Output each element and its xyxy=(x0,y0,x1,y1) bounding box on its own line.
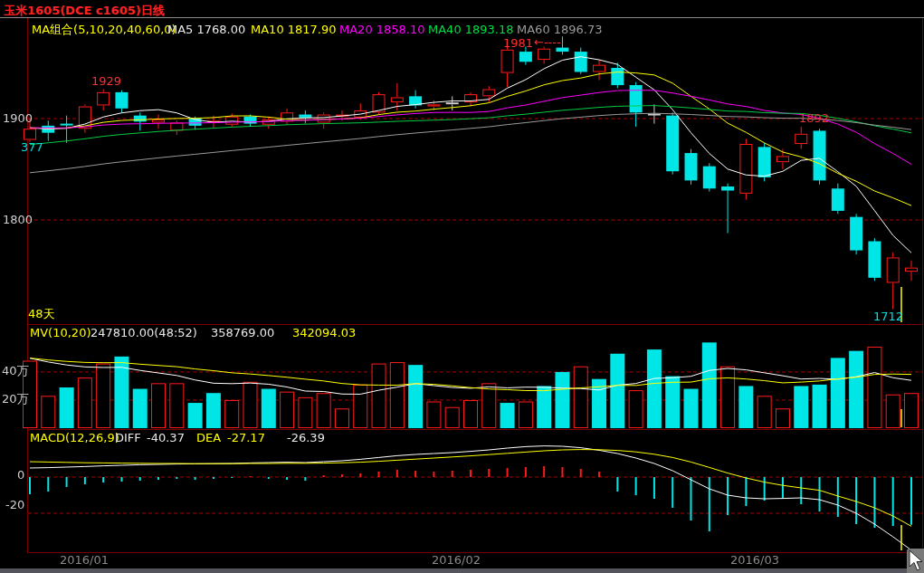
x-tick-2016-02: 2016/02 xyxy=(432,554,481,567)
dea-label: DEA xyxy=(196,432,221,444)
macd-indicator-label: MACD(12,26,9) xyxy=(30,432,119,444)
ma60-readout: MA60 1896.73 xyxy=(517,24,603,36)
title-separator xyxy=(0,17,924,18)
volume-tick-20w: 20万 xyxy=(2,393,29,406)
ma5-readout: MA5 1768.00 xyxy=(167,24,245,36)
title-bar: 玉米1605(DCE c1605)日线 xyxy=(0,0,924,17)
diff-label: DIFF xyxy=(115,432,141,444)
app-window: 玉米1605(DCE c1605)日线 MA组合(5,10,20,40,60,0… xyxy=(0,0,924,573)
marker-high-1892: 1892 xyxy=(799,112,829,125)
macd-hist-readout: -26.39 xyxy=(287,432,325,444)
chart-canvas[interactable] xyxy=(0,0,924,573)
marker-arrow-icon: ←---- xyxy=(534,36,561,49)
marker-low-1712: 1712 xyxy=(873,310,903,323)
mouse-cursor xyxy=(907,549,924,573)
dea-readout: -27.17 xyxy=(227,432,265,444)
window-days-label: 48天 xyxy=(28,308,55,320)
price-tick-1800: 1800 xyxy=(3,214,33,226)
ma-combo-label: MA组合(5,10,20,40,60,0) xyxy=(32,24,176,36)
marker-high-1981: 1981 xyxy=(503,37,533,50)
macd-tick-0: 0 xyxy=(17,469,24,482)
ma20-readout: MA20 1858.10 xyxy=(339,24,425,36)
x-tick-2016-03: 2016/03 xyxy=(730,554,779,567)
price-tick-1900: 1900 xyxy=(3,112,33,125)
x-tick-2016-01: 2016/01 xyxy=(60,554,109,567)
bottom-strip xyxy=(0,568,924,573)
volume-tick-40w: 40万 xyxy=(2,365,29,377)
marker-high-1929: 1929 xyxy=(91,75,121,88)
ma10-readout: MA10 1817.90 xyxy=(251,24,337,36)
macd-tick-minus20: -20 xyxy=(5,499,24,511)
ma40-readout: MA40 1893.18 xyxy=(428,24,514,36)
volume-current-readout: 247810.00(48:52) xyxy=(90,327,197,339)
mv-indicator-label: MV(10,20) xyxy=(30,327,90,339)
mv20-readout: 342094.03 xyxy=(292,327,356,339)
arrow-cursor-icon xyxy=(907,549,924,573)
left-price-marker: 377 xyxy=(21,141,43,154)
diff-readout: -40.37 xyxy=(147,432,185,444)
mv10-readout: 358769.00 xyxy=(211,327,274,339)
